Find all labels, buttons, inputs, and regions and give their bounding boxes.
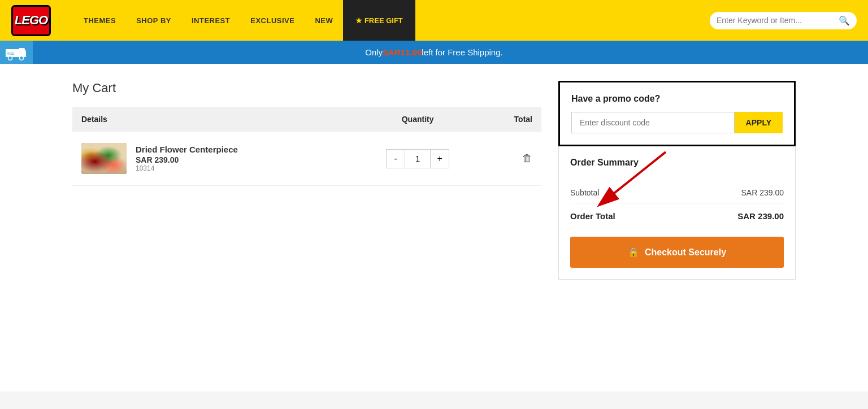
lock-icon: 🔒 (628, 247, 639, 258)
quantity-value: 1 (405, 149, 430, 168)
cart-section: My Cart Details Quantity Total Dried Flo… (72, 81, 541, 375)
quantity-control: - 1 + (362, 149, 474, 168)
total-cell: 🗑 (483, 132, 541, 186)
header: LEGO THEMES SHOP BY INTEREST EXCLUSIVE N… (0, 0, 868, 41)
nav-themes[interactable]: THEMES (73, 16, 126, 25)
table-header-row: Details Quantity Total (72, 107, 541, 132)
svg-point-3 (8, 56, 12, 60)
svg-text:FREE: FREE (7, 52, 15, 55)
order-total-label: Order Total (570, 211, 615, 221)
shipping-text-suffix: left for Free Shipping. (422, 47, 502, 57)
quantity-increase-button[interactable]: + (430, 149, 449, 168)
table-row: Dried Flower Centerpiece SAR 239.00 1031… (72, 132, 541, 186)
quantity-decrease-button[interactable]: - (386, 149, 405, 168)
svg-point-4 (20, 56, 24, 60)
cart-title: My Cart (72, 81, 541, 95)
promo-title: Have a promo code? (571, 94, 783, 104)
main-content: My Cart Details Quantity Total Dried Flo… (38, 64, 830, 391)
col-details: Details (72, 107, 353, 132)
delete-item-button[interactable]: 🗑 (522, 153, 532, 164)
nav-shopby[interactable]: SHOP BY (126, 16, 181, 25)
subtotal-value: SAR 239.00 (741, 188, 784, 197)
main-nav: THEMES SHOP BY INTEREST EXCLUSIVE NEW ★ … (73, 0, 710, 41)
logo-text: LEGO (15, 13, 47, 28)
shipping-text-prefix: Only (365, 47, 383, 57)
product-name: Dried Flower Centerpiece (136, 145, 238, 154)
apply-promo-button[interactable]: Apply (735, 112, 783, 133)
truck-icon: FREE (0, 41, 33, 64)
cart-table: Details Quantity Total Dried Flower Cent… (72, 107, 541, 186)
product-price: SAR 239.00 (136, 155, 238, 164)
product-details: Dried Flower Centerpiece SAR 239.00 1031… (81, 143, 344, 174)
search-input[interactable] (717, 16, 839, 25)
promo-row: Apply (571, 112, 783, 133)
red-arrow-svg (575, 141, 688, 208)
nav-new[interactable]: NEW (305, 16, 343, 25)
product-image (81, 143, 127, 174)
svg-marker-2 (19, 48, 26, 51)
checkout-label: Checkout Securely (645, 247, 726, 258)
product-cell: Dried Flower Centerpiece SAR 239.00 1031… (72, 132, 353, 186)
shipping-amount: SAR11.00 (383, 47, 422, 57)
lego-logo[interactable]: LEGO (11, 5, 51, 36)
product-sku: 10314 (136, 164, 238, 172)
nav-exclusive[interactable]: EXCLUSIVE (240, 16, 305, 25)
shipping-banner: FREE Only SAR11.00 left for Free Shippin… (0, 41, 868, 64)
quantity-cell: - 1 + (353, 132, 483, 186)
promo-code-box: Have a promo code? Apply (558, 81, 796, 146)
svg-line-7 (609, 152, 666, 197)
nav-interest[interactable]: INTEREST (181, 16, 240, 25)
checkout-button[interactable]: 🔒 Checkout Securely (570, 237, 784, 268)
col-total: Total (483, 107, 541, 132)
col-quantity: Quantity (353, 107, 483, 132)
search-bar: 🔍 (710, 12, 857, 29)
search-icon[interactable]: 🔍 (839, 15, 850, 26)
discount-code-input[interactable] (571, 112, 735, 133)
nav-freegift[interactable]: ★ FREE GIFT (343, 0, 415, 41)
order-total-value: SAR 239.00 (737, 211, 784, 221)
product-info: Dried Flower Centerpiece SAR 239.00 1031… (136, 145, 238, 172)
sidebar: Have a promo code? Apply Order Summary (558, 81, 796, 375)
